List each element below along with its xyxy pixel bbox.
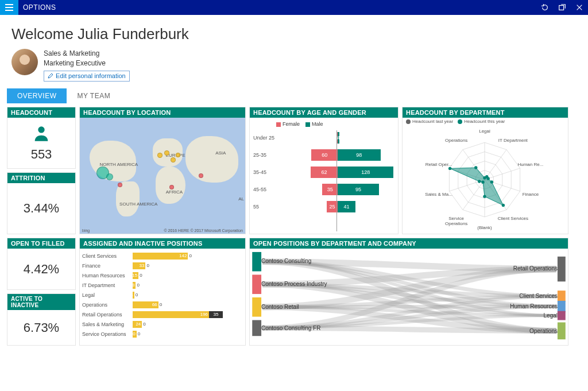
sankey-right-label: Legal <box>544 312 558 319</box>
assigned-row: Service Operations100 <box>81 329 244 339</box>
kpi-attrition-title: ATTRITION <box>7 173 75 183</box>
radar-axis-label: Finance <box>513 192 548 197</box>
kpi-headcount[interactable]: HEADCOUNT 553 <box>7 107 76 169</box>
map-label-as: ASIA <box>215 150 226 156</box>
map-label-sa: SOUTH AMERICA <box>119 202 157 207</box>
svg-rect-30 <box>252 320 261 336</box>
sankey-left-label: Contoso Consulting FR <box>261 325 320 331</box>
titlebar: OPTIONS <box>0 0 588 15</box>
svg-point-21 <box>502 204 505 207</box>
profile-block: Sales & Marketing Marketing Executive Ed… <box>11 49 581 82</box>
kpi-headcount-title: HEADCOUNT <box>7 107 75 118</box>
sankey-right-label: Operations <box>529 328 558 334</box>
radar-axis-label: Retail Oper... <box>421 162 456 167</box>
tab-myteam[interactable]: MY TEAM <box>67 88 121 103</box>
kpi-headcount-value: 553 <box>31 147 52 162</box>
age-title: HEADCOUNT BY AGE AND GENDER <box>250 107 398 118</box>
radar-axis-label: Legal <box>467 129 502 134</box>
sankey-right-label: Client Services <box>519 293 558 299</box>
legend-male: Male <box>312 121 323 127</box>
age-category: 35-45 <box>253 169 278 175</box>
assigned-row: Human Resources150 <box>81 270 244 280</box>
tabstrip: OVERVIEW MY TEAM <box>7 88 581 103</box>
svg-rect-31 <box>558 257 566 281</box>
svg-rect-34 <box>558 311 566 320</box>
edit-personal-info-link[interactable]: Edit personal information <box>44 71 130 82</box>
tile-map[interactable]: HEADCOUNT BY LOCATION NORTH AMERICA SOUT… <box>79 107 246 234</box>
assigned-row: Client Services1420 <box>81 251 244 261</box>
svg-point-22 <box>483 195 486 198</box>
kpi-openfilled-title: OPEN TO FILLED <box>7 238 75 249</box>
popout-icon[interactable] <box>554 0 571 15</box>
tile-age-gender[interactable]: HEADCOUNT BY AGE AND GENDER Female Male … <box>249 107 399 234</box>
assigned-title: ASSIGNED AND INACTIVE POSITIONS <box>80 238 245 249</box>
kpi-activeinactive-value: 6.73% <box>24 320 59 335</box>
tab-overview[interactable]: OVERVIEW <box>7 88 67 103</box>
age-row: 25-356098 <box>253 146 397 164</box>
svg-line-7 <box>485 150 506 180</box>
refresh-icon[interactable] <box>536 0 554 15</box>
radar-axis-label: Operations <box>439 138 474 143</box>
person-icon <box>32 124 51 144</box>
welcome-prefix: Welcome <box>11 25 78 42</box>
map-credit-left: bing <box>82 229 90 233</box>
titlebar-label: OPTIONS <box>18 3 56 11</box>
page-title: Welcome Julia Funderburk <box>11 25 581 43</box>
sankey-left-label: Contoso Retail <box>261 304 299 310</box>
map-body: NORTH AMERICA SOUTH AMERICA EUROPE AFRIC… <box>80 118 245 234</box>
hamburger-menu[interactable] <box>0 0 18 15</box>
svg-rect-29 <box>252 297 261 317</box>
svg-point-1 <box>38 126 44 133</box>
radar-axis-label: Sales & Ma... <box>421 192 456 197</box>
age-row: Under 2514 <box>253 129 397 146</box>
map-title: HEADCOUNT BY LOCATION <box>80 107 245 118</box>
age-category: 25-35 <box>253 152 278 158</box>
age-category: Under 25 <box>253 135 278 141</box>
kpi-activeinactive-title: ACTIVE TO INACTIVE <box>7 294 75 310</box>
avatar <box>11 49 38 75</box>
svg-point-20 <box>490 180 493 183</box>
svg-rect-0 <box>559 6 564 10</box>
sankey-left-label: Contoso Process Industry <box>261 281 327 287</box>
radar-legend-this: Headcount this year <box>464 119 505 124</box>
tile-assigned[interactable]: ASSIGNED AND INACTIVE POSITIONS Client S… <box>79 238 246 346</box>
svg-rect-33 <box>558 301 566 312</box>
age-legend: Female Male <box>276 121 397 127</box>
svg-rect-27 <box>252 252 261 272</box>
svg-point-19 <box>486 177 489 180</box>
welcome-name: Julia Funderburk <box>78 25 189 42</box>
kpi-open-filled[interactable]: OPEN TO FILLED 4.42% <box>7 238 76 290</box>
assigned-dept: Service Operations <box>81 331 133 337</box>
assigned-dept: Client Services <box>81 253 133 259</box>
assigned-row: Retail Operations19635 <box>81 309 244 319</box>
svg-point-24 <box>478 180 481 183</box>
sankey-right-label: Human Resources <box>510 303 558 309</box>
assigned-row: IT Department80 <box>81 280 244 290</box>
kpi-active-inactive[interactable]: ACTIVE TO INACTIVE 6.73% <box>7 293 76 346</box>
assigned-row: Legal40 <box>81 290 244 300</box>
svg-point-26 <box>474 166 477 169</box>
tile-radar[interactable]: HEADCOUNT BY DEPARTMENT Headcount last y… <box>402 107 568 234</box>
kpi-attrition[interactable]: ATTRITION 3.44% <box>7 172 76 234</box>
assigned-dept: Sales & Marketing <box>81 322 133 327</box>
age-category: 55 <box>253 204 278 210</box>
kpi-attrition-value: 3.44% <box>24 201 59 216</box>
profile-role: Marketing Executive <box>44 59 130 68</box>
svg-point-25 <box>448 167 451 170</box>
assigned-row: Sales & Marketing240 <box>81 319 244 329</box>
radar-axis-label: Human Re... <box>513 162 548 167</box>
assigned-dept: Operations <box>81 302 133 308</box>
tile-sankey[interactable]: OPEN POSITIONS BY DEPARTMENT AND COMPANY… <box>249 238 568 346</box>
assigned-dept: Retail Operations <box>81 312 133 318</box>
radar-title: HEADCOUNT BY DEPARTMENT <box>403 107 568 118</box>
assigned-dept: Legal <box>81 292 133 298</box>
svg-rect-35 <box>558 323 566 340</box>
legend-female: Female <box>283 121 300 127</box>
map-label-af: AFRICA <box>166 189 183 195</box>
svg-line-12 <box>463 180 485 210</box>
close-icon[interactable] <box>571 0 588 15</box>
radar-axis-label: IT Department <box>496 138 530 143</box>
map-label-na: NORTH AMERICA <box>100 162 138 167</box>
age-row: 35-4562128 <box>253 164 397 181</box>
assigned-dept: Human Resources <box>81 273 133 278</box>
